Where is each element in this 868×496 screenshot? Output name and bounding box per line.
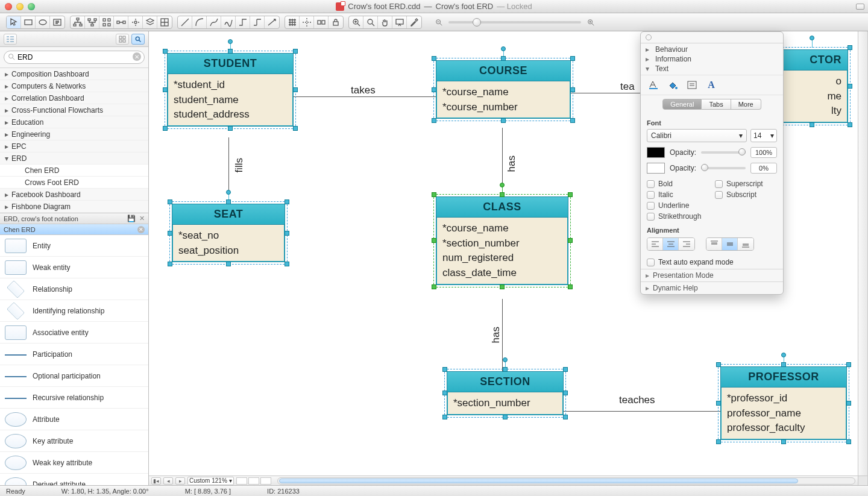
italic-checkbox[interactable]: Italic — [647, 190, 709, 199]
superscript-checkbox[interactable]: Superscript — [715, 180, 777, 188]
entity-class[interactable]: CLASS *course_name *section_number num_r… — [436, 196, 568, 285]
radial-layout-tool[interactable] — [128, 16, 143, 29]
minimize-window-button[interactable] — [16, 3, 24, 10]
zoom-thumb[interactable] — [473, 18, 481, 27]
underline-checkbox[interactable]: Underline — [647, 201, 709, 210]
font-size-input[interactable]: 14▾ — [750, 129, 777, 142]
entity-section[interactable]: SECTION *section_number — [447, 371, 564, 415]
text-tool[interactable] — [50, 16, 64, 29]
tree-item[interactable]: Engineering — [0, 128, 148, 140]
bezier-tool[interactable] — [207, 16, 221, 29]
subscript-checkbox[interactable]: Subscript — [715, 190, 777, 199]
arc-tool[interactable] — [192, 16, 207, 29]
tab-tabs[interactable]: Tabs — [702, 99, 731, 110]
page-prev-button[interactable]: ◂ — [163, 477, 173, 485]
inspector-section-text[interactable]: Text — [641, 64, 783, 74]
entity-course[interactable]: COURSE *course_name *course_number — [436, 60, 571, 119]
bold-checkbox[interactable]: Bold — [647, 180, 709, 188]
shape-item[interactable]: Relationship — [0, 278, 148, 300]
rotate-handle[interactable] — [781, 353, 786, 357]
shape-item[interactable]: Weak entity — [0, 257, 148, 278]
tab-general[interactable]: General — [662, 99, 702, 110]
flow-layout-tool[interactable] — [114, 16, 128, 29]
close-window-button[interactable] — [5, 3, 12, 10]
spline-tool[interactable] — [221, 16, 236, 29]
align-middle-button[interactable] — [722, 238, 738, 250]
page-thumb[interactable] — [248, 477, 259, 485]
tree-item[interactable]: Crows Foot ERD — [0, 177, 148, 189]
align-right-button[interactable] — [679, 238, 694, 250]
rotate-handle[interactable] — [501, 46, 506, 51]
rotate-handle[interactable] — [228, 39, 233, 44]
library-tree-tab[interactable] — [4, 34, 17, 45]
snap-guides-tool[interactable] — [300, 16, 314, 29]
entity-seat[interactable]: SEAT *seat_no seat_position — [172, 204, 285, 262]
tree-item[interactable]: EPC — [0, 140, 148, 152]
shape-item[interactable]: Attribute — [0, 409, 148, 430]
back-opacity-value[interactable]: 0% — [750, 163, 777, 174]
inspector-section-presentation[interactable]: Presentation Mode — [641, 269, 783, 281]
page-first-button[interactable]: ▮◂ — [151, 477, 161, 485]
align-bottom-button[interactable] — [738, 238, 753, 250]
stencil-section-chen[interactable]: Chen ERD ✕ — [0, 224, 148, 235]
page-next-button[interactable]: ▸ — [175, 477, 185, 485]
shape-item[interactable]: Associative entity — [0, 322, 148, 344]
zoom-tool[interactable] — [363, 16, 378, 29]
inspector-section-behaviour[interactable]: Behaviour — [641, 45, 783, 54]
rotate-handle[interactable] — [503, 357, 508, 362]
tree-item[interactable]: Composition Dashboard — [0, 68, 148, 80]
shape-item[interactable]: Key attribute — [0, 430, 148, 452]
tree-item[interactable]: Correlation Dashboard — [0, 92, 148, 104]
matrix-layout-tool[interactable] — [157, 16, 172, 29]
back-color-swatch[interactable] — [647, 163, 665, 174]
rect-tool[interactable] — [21, 16, 36, 29]
grid-layout-tool[interactable] — [99, 16, 114, 29]
presentation-tool[interactable] — [392, 16, 407, 29]
zoom-out-icon[interactable] — [434, 17, 444, 27]
save-stencil-icon[interactable]: 💾 — [127, 215, 136, 222]
snap-objects-tool[interactable] — [314, 16, 329, 29]
tree-item[interactable]: ERD — [0, 152, 148, 165]
smart-connector-tool[interactable] — [236, 16, 250, 29]
grid-view-tab[interactable] — [116, 34, 129, 45]
page-thumb[interactable] — [260, 477, 271, 485]
hscroll-track[interactable] — [277, 477, 855, 485]
layer-layout-tool[interactable] — [143, 16, 157, 29]
round-connector-tool[interactable] — [250, 16, 265, 29]
shape-item[interactable]: Derived attribute — [0, 474, 148, 485]
lock-tool[interactable] — [329, 16, 343, 29]
titlebar-corner-button[interactable] — [856, 4, 864, 10]
tree-item[interactable]: Fishbone Diagram — [0, 201, 148, 213]
text-color-icon[interactable] — [647, 79, 660, 91]
tree-item[interactable]: Computers & Networks — [0, 80, 148, 92]
hscroll-thumb[interactable] — [279, 479, 798, 483]
back-opacity-slider[interactable] — [701, 167, 746, 169]
zoom-combo[interactable]: Custom 121%▾ — [187, 477, 234, 485]
close-stencil-button[interactable]: ✕ — [137, 226, 145, 233]
align-top-button[interactable] — [706, 238, 722, 250]
fill-color-icon[interactable] — [666, 79, 679, 91]
tree-item[interactable]: Cross-Functional Flowcharts — [0, 104, 148, 116]
chain-layout-tool[interactable] — [85, 16, 99, 29]
tab-more[interactable]: More — [731, 99, 761, 110]
tree-item[interactable]: Facebook Dashboard — [0, 189, 148, 201]
close-stencil-icon[interactable]: ✕ — [139, 215, 145, 222]
text-color-swatch[interactable] — [647, 147, 665, 158]
stencil-section-crowsfoot[interactable]: ERD, crow's foot notation 💾 ✕ — [0, 213, 148, 224]
rotate-handle[interactable] — [226, 190, 231, 195]
pan-tool[interactable] — [378, 16, 392, 29]
shape-item[interactable]: Identifying relationship — [0, 300, 148, 322]
clear-search-button[interactable]: ✕ — [133, 52, 141, 61]
rel-takes-line[interactable] — [294, 96, 436, 97]
shape-item[interactable]: Participation — [0, 344, 148, 365]
align-center-button[interactable] — [663, 238, 679, 250]
strikethrough-checkbox[interactable]: Strikethrough — [647, 212, 709, 221]
font-family-select[interactable]: Calibri▾ — [647, 129, 747, 142]
vertical-scrollbar[interactable] — [858, 31, 867, 476]
zoom-fit-tool[interactable] — [349, 16, 363, 29]
inspector-section-information[interactable]: Information — [641, 54, 783, 64]
inspector-panel[interactable]: Behaviour Information Text A General Tab… — [640, 31, 784, 295]
rotate-handle[interactable] — [810, 36, 814, 40]
rel-teaches-line[interactable] — [564, 411, 720, 412]
shape-item[interactable]: Entity — [0, 235, 148, 257]
